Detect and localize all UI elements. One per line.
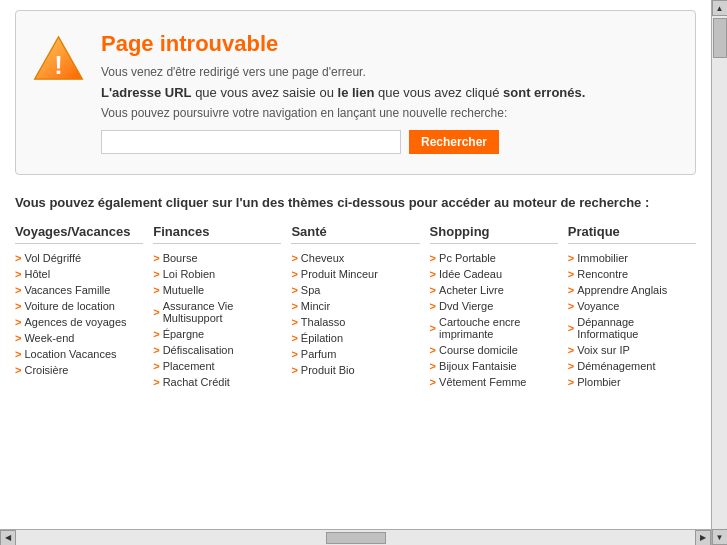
arrow-icon: >	[15, 252, 21, 264]
theme-link[interactable]: > Dépannage Informatique	[568, 316, 696, 340]
list-item: > Mincir	[291, 300, 419, 312]
theme-link[interactable]: > Vol Dégriffé	[15, 252, 143, 264]
list-item: > Vol Dégriffé	[15, 252, 143, 264]
theme-link[interactable]: > Cartouche encre imprimante	[430, 316, 558, 340]
error-title: Page introuvable	[101, 31, 585, 57]
theme-link-label: Loi Robien	[163, 268, 216, 280]
theme-link[interactable]: > Cheveux	[291, 252, 419, 264]
list-item: > Spa	[291, 284, 419, 296]
arrow-icon: >	[291, 284, 297, 296]
list-item: > Voyance	[568, 300, 696, 312]
theme-link[interactable]: > Loi Robien	[153, 268, 281, 280]
theme-column: Voyages/Vacances> Vol Dégriffé> Hôtel> V…	[15, 224, 143, 392]
theme-link-label: Mincir	[301, 300, 330, 312]
theme-column: Shopping> Pc Portable> Idée Cadeau> Ache…	[430, 224, 558, 392]
theme-link[interactable]: > Acheter Livre	[430, 284, 558, 296]
arrow-icon: >	[568, 344, 574, 356]
theme-link[interactable]: > Spa	[291, 284, 419, 296]
theme-link[interactable]: > Pc Portable	[430, 252, 558, 264]
arrow-icon: >	[430, 268, 436, 280]
scrollbar-right[interactable]: ▲ ▼	[711, 0, 727, 418]
search-button[interactable]: Rechercher	[409, 130, 499, 154]
theme-link[interactable]: > Bijoux Fantaisie	[430, 360, 558, 372]
list-item: > Mutuelle	[153, 284, 281, 296]
list-item: > Rencontre	[568, 268, 696, 280]
arrow-icon: >	[291, 300, 297, 312]
list-item: > Thalasso	[291, 316, 419, 328]
arrow-icon: >	[568, 322, 574, 334]
theme-link-label: Acheter Livre	[439, 284, 504, 296]
theme-link-label: Immobilier	[577, 252, 628, 264]
theme-link[interactable]: > Location Vacances	[15, 348, 143, 360]
arrow-icon: >	[430, 360, 436, 372]
list-item: > Bijoux Fantaisie	[430, 360, 558, 372]
theme-link[interactable]: > Croisière	[15, 364, 143, 376]
theme-link[interactable]: > Course domicile	[430, 344, 558, 356]
theme-link-label: Défiscalisation	[163, 344, 234, 356]
theme-link-label: Agences de voyages	[24, 316, 126, 328]
arrow-icon: >	[15, 364, 21, 376]
scroll-up-button[interactable]: ▲	[712, 0, 728, 16]
scroll-thumb[interactable]	[713, 18, 727, 58]
search-input[interactable]	[101, 130, 401, 154]
theme-link-label: Épilation	[301, 332, 343, 344]
theme-link[interactable]: > Thalasso	[291, 316, 419, 328]
list-item: > Voiture de location	[15, 300, 143, 312]
theme-link[interactable]: > Épargne	[153, 328, 281, 340]
list-item: > Rachat Crédit	[153, 376, 281, 388]
theme-link[interactable]: > Voyance	[568, 300, 696, 312]
theme-link[interactable]: > Rachat Crédit	[153, 376, 281, 388]
theme-link[interactable]: > Produit Minceur	[291, 268, 419, 280]
theme-link[interactable]: > Vêtement Femme	[430, 376, 558, 388]
theme-link[interactable]: > Vacances Famille	[15, 284, 143, 296]
theme-link[interactable]: > Hôtel	[15, 268, 143, 280]
arrow-icon: >	[153, 268, 159, 280]
theme-column-title: Pratique	[568, 224, 696, 244]
theme-link[interactable]: > Voiture de location	[15, 300, 143, 312]
theme-link[interactable]: > Immobilier	[568, 252, 696, 264]
theme-link[interactable]: > Mincir	[291, 300, 419, 312]
theme-link[interactable]: > Bourse	[153, 252, 281, 264]
arrow-icon: >	[15, 300, 21, 312]
list-item: > Pc Portable	[430, 252, 558, 264]
theme-link[interactable]: > Placement	[153, 360, 281, 372]
theme-link-label: Cheveux	[301, 252, 344, 264]
theme-link[interactable]: > Rencontre	[568, 268, 696, 280]
theme-link[interactable]: > Plombier	[568, 376, 696, 388]
theme-link[interactable]: > Produit Bio	[291, 364, 419, 376]
theme-link-label: Idée Cadeau	[439, 268, 502, 280]
theme-link[interactable]: > Week-end	[15, 332, 143, 344]
theme-link-label: Vol Dégriffé	[24, 252, 81, 264]
list-item: > Acheter Livre	[430, 284, 558, 296]
list-item: > Idée Cadeau	[430, 268, 558, 280]
arrow-icon: >	[568, 268, 574, 280]
theme-link-label: Thalasso	[301, 316, 346, 328]
theme-link-label: Bourse	[163, 252, 198, 264]
theme-link-label: Course domicile	[439, 344, 518, 356]
arrow-icon: >	[291, 316, 297, 328]
theme-link[interactable]: > Apprendre Anglais	[568, 284, 696, 296]
theme-link[interactable]: > Voix sur IP	[568, 344, 696, 356]
list-item: > Produit Minceur	[291, 268, 419, 280]
error-line3: Vous pouvez poursuivre votre navigation …	[101, 106, 585, 120]
theme-link[interactable]: > Idée Cadeau	[430, 268, 558, 280]
link-label: le lien	[338, 85, 375, 100]
theme-link[interactable]: > Épilation	[291, 332, 419, 344]
list-item: > Cartouche encre imprimante	[430, 316, 558, 340]
scroll-track[interactable]	[712, 16, 727, 418]
theme-link[interactable]: > Parfum	[291, 348, 419, 360]
theme-link[interactable]: > Déménagement	[568, 360, 696, 372]
theme-link-label: Location Vacances	[24, 348, 116, 360]
list-item: > Vacances Famille	[15, 284, 143, 296]
theme-link[interactable]: > Agences de voyages	[15, 316, 143, 328]
url-label: L'adresse URL	[101, 85, 192, 100]
arrow-icon: >	[568, 284, 574, 296]
list-item: > Bourse	[153, 252, 281, 264]
list-item: > Voix sur IP	[568, 344, 696, 356]
theme-link-label: Vêtement Femme	[439, 376, 526, 388]
theme-link[interactable]: > Mutuelle	[153, 284, 281, 296]
arrow-icon: >	[430, 284, 436, 296]
theme-link[interactable]: > Défiscalisation	[153, 344, 281, 356]
theme-link[interactable]: > Dvd Vierge	[430, 300, 558, 312]
theme-link[interactable]: > Assurance Vie Multisupport	[153, 300, 281, 324]
